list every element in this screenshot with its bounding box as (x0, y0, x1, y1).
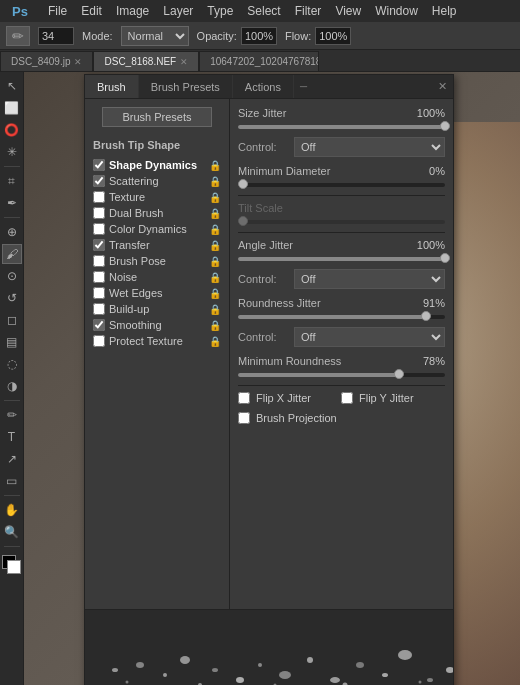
minimum-diameter-slider[interactable] (238, 183, 445, 187)
roundness-jitter-slider[interactable] (238, 315, 445, 319)
size-jitter-slider[interactable] (238, 125, 445, 129)
checkbox-brush-pose[interactable] (93, 255, 105, 267)
flip-y-label: Flip Y Jitter (359, 392, 414, 404)
panel-item-brush-pose[interactable]: Brush Pose 🔒 (85, 253, 229, 269)
size-jitter-thumb[interactable] (440, 121, 450, 131)
menu-edit[interactable]: Edit (81, 4, 102, 18)
tab-brush-presets[interactable]: Brush Presets (139, 75, 233, 98)
minimum-diameter-thumb[interactable] (238, 179, 248, 189)
panel-item-dual-brush[interactable]: Dual Brush 🔒 (85, 205, 229, 221)
flow-input[interactable]: 100% (315, 27, 351, 45)
checkbox-dual-brush[interactable] (93, 207, 105, 219)
brush-size-input[interactable]: 34 (38, 27, 74, 45)
panel-item-noise[interactable]: Noise 🔒 (85, 269, 229, 285)
menu-window[interactable]: Window (375, 4, 418, 18)
tab-dsc8168[interactable]: DSC_8168.NEF ✕ (93, 51, 199, 71)
minimum-roundness-slider[interactable] (238, 373, 445, 377)
opacity-input[interactable]: 100% (241, 27, 277, 45)
checkbox-scattering[interactable] (93, 175, 105, 187)
checkbox-smoothing[interactable] (93, 319, 105, 331)
color-swatches[interactable] (2, 555, 22, 575)
menu-layer[interactable]: Layer (163, 4, 193, 18)
checkbox-buildup[interactable] (93, 303, 105, 315)
gradient-tool[interactable]: ▤ (2, 332, 22, 352)
brush-presets-button[interactable]: Brush Presets (102, 107, 212, 127)
angle-jitter-thumb[interactable] (440, 253, 450, 263)
clone-tool[interactable]: ⊙ (2, 266, 22, 286)
panel-body: Brush Presets Brush Tip Shape Shape Dyna… (85, 99, 453, 609)
eraser-tool[interactable]: ◻ (2, 310, 22, 330)
history-tool[interactable]: ↺ (2, 288, 22, 308)
zoom-tool[interactable]: 🔍 (2, 522, 22, 542)
flip-x-checkbox[interactable] (238, 392, 250, 404)
panel-item-scattering[interactable]: Scattering 🔒 (85, 173, 229, 189)
minimum-roundness-thumb[interactable] (394, 369, 404, 379)
pen-tool[interactable]: ✏ (2, 405, 22, 425)
tilt-scale-slider[interactable] (238, 220, 445, 224)
marquee-tool[interactable]: ⬜ (2, 98, 22, 118)
type-tool[interactable]: T (2, 427, 22, 447)
control-select-1[interactable]: Off Fade Pen Pressure (294, 137, 445, 157)
tool-divider-1 (4, 166, 20, 167)
lasso-tool[interactable]: ⭕ (2, 120, 22, 140)
menu-file[interactable]: File (48, 4, 67, 18)
tab-brush[interactable]: Brush (85, 75, 139, 98)
tab-dsc8409[interactable]: DSC_8409.jp ✕ (0, 51, 93, 71)
control-select-2[interactable]: Off Fade (294, 269, 445, 289)
brush-projection-checkbox[interactable] (238, 412, 250, 424)
menu-help[interactable]: Help (432, 4, 457, 18)
panel-item-wet-edges[interactable]: Wet Edges 🔒 (85, 285, 229, 301)
panel-minimize-btn[interactable]: ─ (294, 75, 313, 98)
panel-close-btn[interactable]: ✕ (432, 75, 453, 98)
path-select-tool[interactable]: ↗ (2, 449, 22, 469)
checkbox-texture[interactable] (93, 191, 105, 203)
panel-item-protect-texture[interactable]: Protect Texture 🔒 (85, 333, 229, 349)
checkbox-wet-edges[interactable] (93, 287, 105, 299)
checkbox-protect-texture[interactable] (93, 335, 105, 347)
menu-select[interactable]: Select (247, 4, 280, 18)
hand-tool[interactable]: ✋ (2, 500, 22, 520)
dodge-tool[interactable]: ◑ (2, 376, 22, 396)
magic-wand-tool[interactable]: ✳ (2, 142, 22, 162)
lock-icon-2: 🔒 (209, 192, 221, 203)
menu-view[interactable]: View (335, 4, 361, 18)
panel-item-shape-dynamics[interactable]: Shape Dynamics 🔒 (85, 157, 229, 173)
tab-close-1[interactable]: ✕ (180, 57, 188, 67)
panel-item-buildup[interactable]: Build-up 🔒 (85, 301, 229, 317)
checkbox-color-dynamics[interactable] (93, 223, 105, 235)
blur-tool[interactable]: ◌ (2, 354, 22, 374)
brush-panel: Brush Brush Presets Actions ─ ✕ Brush Pr… (84, 74, 454, 685)
panel-item-smoothing[interactable]: Smoothing 🔒 (85, 317, 229, 333)
brush-tool[interactable]: 🖌 (2, 244, 22, 264)
lock-icon-3: 🔒 (209, 208, 221, 219)
checkbox-shape-dynamics[interactable] (93, 159, 105, 171)
shape-tool[interactable]: ▭ (2, 471, 22, 491)
tab-close-0[interactable]: ✕ (74, 57, 82, 67)
angle-jitter-slider[interactable] (238, 257, 445, 261)
eyedropper-tool[interactable]: ✒ (2, 193, 22, 213)
panel-item-texture[interactable]: Texture 🔒 (85, 189, 229, 205)
tab-10647202[interactable]: 10647202_10204767818379207_2909540113386… (199, 51, 319, 71)
checkbox-noise[interactable] (93, 271, 105, 283)
tool-divider-3 (4, 400, 20, 401)
checkbox-transfer[interactable] (93, 239, 105, 251)
tilt-scale-thumb[interactable] (238, 216, 248, 226)
panel-item-color-dynamics[interactable]: Color Dynamics 🔒 (85, 221, 229, 237)
menu-image[interactable]: Image (116, 4, 149, 18)
brush-tool-icon[interactable]: ✏ (6, 26, 30, 46)
panel-item-transfer[interactable]: Transfer 🔒 (85, 237, 229, 253)
tab-actions[interactable]: Actions (233, 75, 294, 98)
control-select-3[interactable]: Off Fade (294, 327, 445, 347)
mode-select[interactable]: Normal Dissolve Multiply (121, 26, 189, 46)
lock-icon-10: 🔒 (209, 320, 221, 331)
minimum-roundness-value: 78% (423, 355, 445, 367)
roundness-jitter-row: Roundness Jitter 91% (238, 297, 445, 309)
spot-heal-tool[interactable]: ⊕ (2, 222, 22, 242)
menu-filter[interactable]: Filter (295, 4, 322, 18)
roundness-jitter-thumb[interactable] (421, 311, 431, 321)
move-tool[interactable]: ↖ (2, 76, 22, 96)
flip-y-checkbox[interactable] (341, 392, 353, 404)
background-color[interactable] (7, 560, 21, 574)
menu-type[interactable]: Type (207, 4, 233, 18)
crop-tool[interactable]: ⌗ (2, 171, 22, 191)
